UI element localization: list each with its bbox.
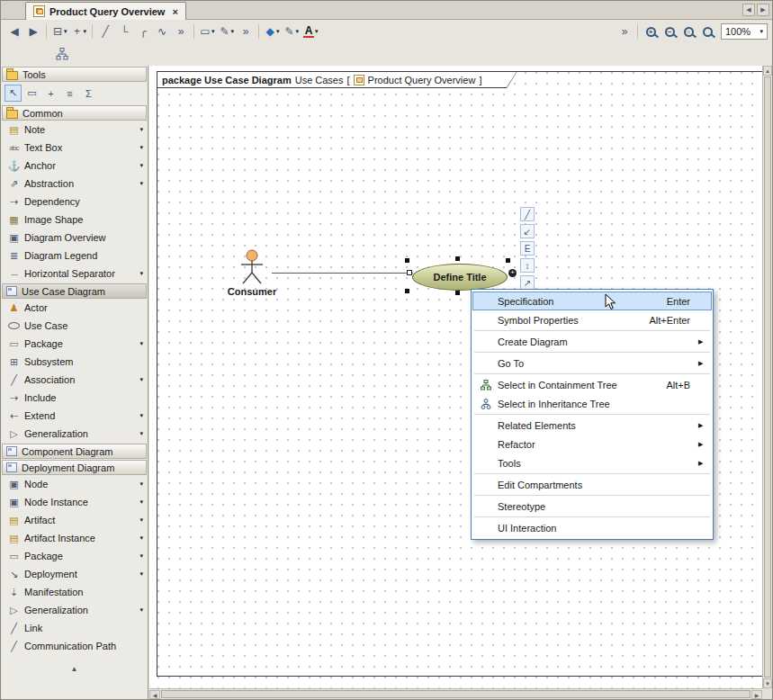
menu-item-tools[interactable]: Tools ▶ <box>472 453 712 472</box>
dropdown-arrow-icon[interactable]: ▾ <box>139 498 143 506</box>
block-selection-tool[interactable]: ▭ <box>23 85 40 102</box>
line-color-button[interactable]: ✎▾ <box>283 22 301 40</box>
selection-handle[interactable] <box>455 256 460 261</box>
scroll-right-arrow[interactable]: ▶ <box>751 690 762 699</box>
tab-product-query-overview[interactable]: Product Query Overview × <box>25 2 186 20</box>
palette-item-image-shape[interactable]: ▦Image Shape <box>1 211 148 229</box>
palette-item-deployment[interactable]: ↘Deployment▾ <box>1 565 148 583</box>
palette-item-package[interactable]: ▭Package▾ <box>1 335 148 353</box>
zoom-in-button[interactable]: + <box>642 22 660 40</box>
dropdown-arrow-icon[interactable]: ▾ <box>139 270 143 277</box>
connection-point-handle[interactable] <box>407 270 412 275</box>
menu-item-select-in-inheritance-tree[interactable]: Select in Inheritance Tree <box>472 394 712 413</box>
palette-item-anchor[interactable]: ⚓Anchor▾ <box>1 157 148 175</box>
dropdown-arrow-icon[interactable]: ▾ <box>139 162 143 169</box>
oblique-path-button[interactable]: ╱ <box>96 22 114 40</box>
palette-item-use-case[interactable]: Use Case <box>1 317 148 335</box>
scroll-left-arrow[interactable]: ◀ <box>149 690 160 699</box>
palette-section-tools[interactable]: Tools <box>2 67 147 82</box>
extension-point-button[interactable]: E <box>520 241 535 256</box>
dropdown-arrow-icon[interactable]: ▾ <box>139 126 143 133</box>
palette-item-subsystem[interactable]: ⊞Subsystem <box>1 353 148 371</box>
palette-item-node-instance[interactable]: ▣Node Instance▾ <box>1 493 148 511</box>
tab-scroll-right-button[interactable]: ▶ <box>757 4 769 16</box>
link-button[interactable]: ↙ <box>520 224 535 238</box>
palette-item-generalization-deployment[interactable]: ▷Generalization▾ <box>1 601 148 619</box>
menu-item-specification[interactable]: Specification Enter <box>472 292 712 310</box>
back-button[interactable]: ◀ <box>5 22 23 40</box>
palette-item-association[interactable]: ╱Association▾ <box>1 371 148 389</box>
palette-item-manifestation[interactable]: ⇣Manifestation <box>1 583 148 601</box>
selection-handle[interactable] <box>405 258 409 263</box>
menu-item-refactor[interactable]: Refactor ▶ <box>472 435 712 453</box>
zoom-level-combobox[interactable]: 100% ▾ <box>721 23 768 40</box>
dropdown-arrow-icon[interactable]: ▾ <box>139 516 143 524</box>
palette-section-component-diagram[interactable]: Component Diagram <box>2 444 147 459</box>
palette-item-artifact-instance[interactable]: ▤Artifact Instance▾ <box>1 529 148 547</box>
containment-tree-button[interactable] <box>53 45 71 63</box>
palette-section-deployment-diagram[interactable]: Deployment Diagram <box>2 460 147 475</box>
palette-item-abstraction[interactable]: ⇗Abstraction▾ <box>1 175 148 193</box>
menu-item-stereotype[interactable]: Stereotype <box>472 497 712 516</box>
dropdown-arrow-icon[interactable]: ▾ <box>139 480 143 488</box>
use-case-define-title[interactable]: Define Title <box>412 264 508 291</box>
palette-item-text-box[interactable]: abcText Box▾ <box>1 139 148 157</box>
palette-item-diagram-legend[interactable]: ≣Diagram Legend <box>1 247 148 265</box>
forward-button[interactable]: ▶ <box>24 22 42 40</box>
spline-path-button[interactable]: ∿ <box>153 22 171 40</box>
palette-item-diagram-overview[interactable]: ▣Diagram Overview <box>1 229 148 247</box>
align-tool[interactable]: ≡ <box>61 85 78 102</box>
selection-handle[interactable] <box>455 291 460 295</box>
dropdown-arrow-icon[interactable]: ▾ <box>139 180 143 187</box>
related-elements-button[interactable]: ⊟▾ <box>50 22 69 40</box>
palette-section-common[interactable]: Common <box>2 105 147 121</box>
selection-handle[interactable] <box>506 258 510 263</box>
dropdown-arrow-icon[interactable]: ▾ <box>139 570 143 578</box>
style-overflow-button[interactable]: » <box>237 22 255 40</box>
horizontal-scroll-thumb[interactable] <box>161 690 751 698</box>
palette-item-actor[interactable]: ♟Actor <box>1 299 148 317</box>
zoom-selection-button[interactable] <box>698 22 716 40</box>
font-color-button[interactable]: A▾ <box>301 22 320 40</box>
palette-item-communication-path[interactable]: ╱Communication Path <box>1 637 148 655</box>
horizontal-scrollbar[interactable]: ◀ ▶ <box>149 688 762 699</box>
palette-item-artifact[interactable]: ▤Artifact▾ <box>1 511 148 529</box>
palette-item-note[interactable]: ▤Note▾ <box>1 121 148 139</box>
rectilinear-path-button[interactable]: └ <box>115 22 133 40</box>
palette-item-package-deployment[interactable]: ▭Package▾ <box>1 547 148 565</box>
tab-close-icon[interactable]: × <box>172 6 177 17</box>
draw-path-button[interactable]: ╱ <box>520 207 535 221</box>
vertical-scroll-thumb[interactable] <box>764 76 771 678</box>
scroll-up-arrow[interactable]: ▲ <box>763 66 772 76</box>
dropdown-arrow-icon[interactable]: ▾ <box>139 534 143 542</box>
association-line[interactable] <box>272 273 413 274</box>
fill-color-button[interactable]: ◆▾ <box>263 22 282 40</box>
dropdown-arrow-icon[interactable]: ▾ <box>139 552 143 560</box>
selection-tool[interactable]: ↖ <box>4 85 22 102</box>
menu-item-create-diagram[interactable]: Create Diagram ▶ <box>472 332 712 351</box>
diagram-canvas[interactable]: package Use Case Diagram Use Cases [ Pro… <box>149 66 762 688</box>
palette-item-include[interactable]: ⇢Include <box>1 389 148 407</box>
resize-button[interactable]: ↕ <box>520 258 535 273</box>
dropdown-arrow-icon[interactable]: ▾ <box>139 340 143 347</box>
menu-item-ui-interaction[interactable]: UI Interaction <box>472 518 712 537</box>
marquee-button[interactable]: ▭▾ <box>198 22 217 40</box>
menu-item-go-to[interactable]: Go To ▶ <box>472 354 712 372</box>
menu-item-edit-compartments[interactable]: Edit Compartments <box>472 475 712 494</box>
menu-item-select-in-containment-tree[interactable]: Select in Containment Tree Alt+B <box>472 375 712 394</box>
palette-item-node[interactable]: ▣Node▾ <box>1 475 148 493</box>
palette-item-dependency[interactable]: ⇢Dependency <box>1 193 148 211</box>
menu-item-symbol-properties[interactable]: Symbol Properties Alt+Enter <box>472 310 712 329</box>
vertical-scrollbar[interactable]: ▲ ▼ <box>762 66 772 688</box>
selection-handle[interactable] <box>405 289 409 293</box>
dropdown-arrow-icon[interactable]: ▾ <box>139 376 143 383</box>
pen-style-button[interactable]: ✎▾ <box>218 22 237 40</box>
smart-link-handle[interactable]: + <box>508 269 517 277</box>
actor-consumer[interactable] <box>234 249 270 285</box>
palette-section-use-case-diagram[interactable]: Use Case Diagram <box>2 283 147 299</box>
palette-item-generalization[interactable]: ▷Generalization▾ <box>1 425 148 443</box>
palette-collapse-button[interactable]: ▲ <box>1 662 148 675</box>
palette-item-horizontal-separator[interactable]: ----Horizontal Separator▾ <box>1 265 148 283</box>
scroll-down-arrow[interactable]: ▼ <box>763 678 772 688</box>
dropdown-arrow-icon[interactable]: ▾ <box>139 430 143 437</box>
